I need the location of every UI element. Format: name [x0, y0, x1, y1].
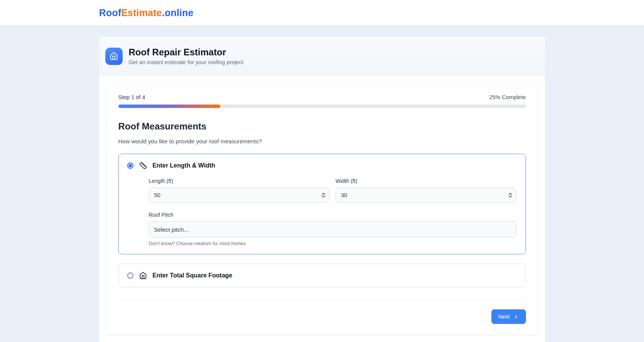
chevron-right-icon	[513, 314, 519, 320]
section-title: Roof Measurements	[118, 121, 526, 132]
option-length-width[interactable]: Enter Length & Width Length (ft)	[118, 154, 526, 254]
radio-length-width[interactable]	[127, 163, 133, 169]
progress-bar	[118, 105, 526, 108]
chevron-up-icon	[509, 193, 512, 195]
option-square-footage[interactable]: Enter Total Square Footage	[118, 264, 526, 287]
page-title: Roof Repair Estimator	[129, 47, 243, 58]
section-question: How would you like to provide your roof …	[118, 138, 526, 144]
page-background: Roof Repair Estimator Get an instant est…	[0, 26, 644, 342]
brand-logo-part-1: Roof	[99, 7, 121, 18]
wizard-actions: Next	[118, 309, 526, 324]
length-stepper[interactable]	[321, 192, 326, 198]
length-label: Length (ft)	[149, 178, 329, 184]
brand-logo[interactable]: RoofEstimate.online	[99, 7, 545, 18]
pitch-select[interactable]: Select pitch...	[149, 221, 516, 237]
width-input[interactable]	[336, 188, 516, 203]
step-indicator: Step 1 of 4	[118, 94, 145, 100]
brand-logo-part-2: Estimate	[121, 7, 162, 18]
width-label: Width (ft)	[336, 178, 516, 184]
length-field-group: Length (ft)	[149, 178, 329, 203]
chevron-up-icon	[322, 193, 325, 195]
pitch-field-group: Roof Pitch Select pitch... Don't know? C…	[149, 212, 516, 246]
option-length-width-header: Enter Length & Width	[127, 162, 517, 169]
length-width-fields: Length (ft) Width (ft	[149, 178, 517, 246]
estimator-card-header: Roof Repair Estimator Get an instant est…	[99, 37, 545, 76]
pitch-label: Roof Pitch	[149, 212, 516, 218]
wizard-panel: Step 1 of 4 25% Complete Roof Measuremen…	[106, 82, 539, 335]
pitch-select-value: Select pitch...	[154, 226, 189, 233]
estimator-card: Roof Repair Estimator Get an instant est…	[99, 37, 545, 342]
progress-percent-label: 25% Complete	[489, 94, 526, 100]
estimator-card-body: Step 1 of 4 25% Complete Roof Measuremen…	[99, 76, 545, 342]
chevron-down-icon	[509, 195, 512, 198]
ruler-icon	[139, 162, 147, 169]
option-length-width-label: Enter Length & Width	[153, 162, 215, 169]
progress-fill	[118, 105, 220, 108]
next-button-label: Next	[498, 314, 510, 320]
house-icon	[139, 272, 147, 279]
footer-divider	[118, 300, 526, 300]
pitch-hint: Don't know? Choose medium for most homes…	[149, 241, 516, 246]
chevron-down-icon	[322, 195, 325, 198]
top-navigation-bar: RoofEstimate.online	[0, 0, 644, 26]
home-icon	[105, 48, 123, 65]
brand-logo-part-3: .online	[162, 7, 193, 18]
radio-square-footage[interactable]	[127, 272, 133, 279]
next-button[interactable]: Next	[491, 309, 526, 324]
progress-header: Step 1 of 4 25% Complete	[118, 94, 526, 100]
width-stepper[interactable]	[508, 192, 513, 198]
option-square-footage-header: Enter Total Square Footage	[127, 272, 517, 279]
option-square-footage-label: Enter Total Square Footage	[153, 272, 233, 279]
length-input[interactable]	[149, 188, 329, 203]
width-field-group: Width (ft)	[336, 178, 516, 203]
page-subtitle: Get an instant estimate for your roofing…	[129, 59, 243, 65]
